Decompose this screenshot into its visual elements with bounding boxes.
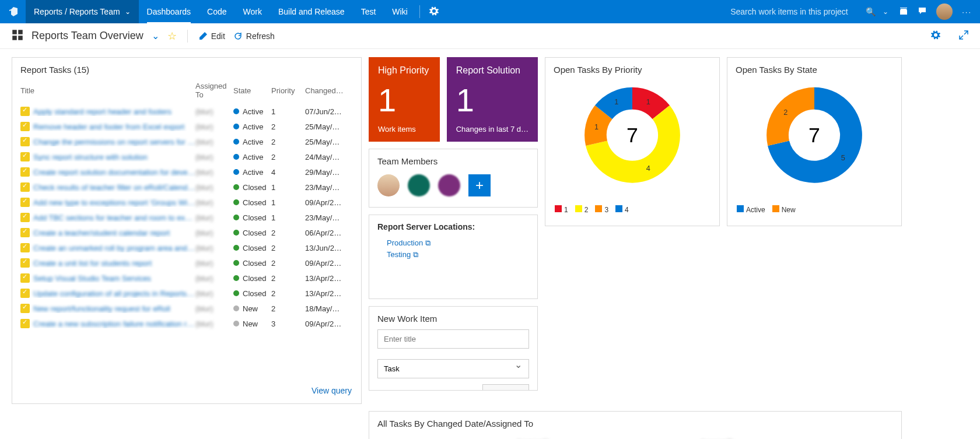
nwi-create-button[interactable]: Create <box>482 384 529 391</box>
legend-item[interactable]: 2 <box>575 205 589 214</box>
task-row[interactable]: Remove header and footer from Excel expo… <box>12 119 361 134</box>
report-solution-tile[interactable]: Report Solution 1 Changes in last 7 d… <box>447 57 538 142</box>
task-link[interactable]: Remove header and footer from Excel expo… <box>33 122 184 131</box>
legend-item[interactable]: 4 <box>615 205 629 214</box>
task-row[interactable]: Sync report structure with solution(blur… <box>12 149 361 164</box>
task-row[interactable]: New report/functionality request for eRo… <box>12 301 361 316</box>
state-cell: Closed <box>233 244 271 252</box>
task-row[interactable]: Create an unmarked roll by program area … <box>12 240 361 255</box>
assigned-to: (blur) <box>195 304 233 313</box>
dashboard-chevron-icon[interactable]: ⌄ <box>152 30 159 41</box>
fullscreen-icon[interactable] <box>959 30 968 41</box>
col-title[interactable]: Title <box>20 86 195 95</box>
hub-tab-test[interactable]: Test <box>353 0 384 23</box>
loc-link-testing[interactable]: Testing ⧉ <box>377 249 529 261</box>
vsts-logo-icon[interactable] <box>5 3 22 20</box>
task-icon <box>20 228 30 237</box>
pivot-col: Total <box>810 436 900 439</box>
task-icon <box>20 243 30 252</box>
search-input[interactable] <box>730 7 859 16</box>
legend-item[interactable]: New <box>772 205 796 214</box>
loc-link-production[interactable]: Production ⧉ <box>377 237 529 249</box>
state-dot-icon <box>233 154 239 160</box>
changed-cell: 24/May/… <box>305 153 352 161</box>
state-cell: Closed <box>233 213 271 222</box>
high-priority-tile[interactable]: High Priority 1 Work items <box>369 57 440 142</box>
add-member-button[interactable]: + <box>468 174 491 196</box>
configure-icon[interactable] <box>931 30 940 41</box>
edit-button[interactable]: Edit <box>198 31 225 41</box>
donut-slice[interactable] <box>766 87 814 146</box>
task-link[interactable]: Create report solution documentation for… <box>33 168 195 177</box>
task-row[interactable]: Create a new subscription failure notifi… <box>12 316 361 331</box>
priority-cell: 2 <box>271 138 305 146</box>
task-row[interactable]: Create report solution documentation for… <box>12 164 361 180</box>
more-icon[interactable]: ··· <box>962 8 972 16</box>
task-link[interactable]: Create a teacher/student calendar report <box>33 229 170 237</box>
state-dot-icon <box>233 184 239 190</box>
task-link[interactable]: Create a new subscription failure notifi… <box>33 319 195 328</box>
feedback-icon[interactable] <box>918 6 927 17</box>
task-link[interactable]: Apply standard report header and footers <box>33 107 172 116</box>
nwi-title-input[interactable] <box>377 329 529 349</box>
changed-cell: 23/May/… <box>305 183 352 192</box>
legend-item[interactable]: 3 <box>595 205 608 214</box>
user-avatar[interactable] <box>936 3 953 20</box>
task-row[interactable]: Check results of teacher filter on eRoll… <box>12 180 361 195</box>
col-priority[interactable]: Priority <box>271 86 305 95</box>
task-link[interactable]: New report/functionality request for eRo… <box>33 304 170 313</box>
changed-cell: 13/Apr/2… <box>305 274 352 283</box>
col-state[interactable]: State <box>233 86 271 95</box>
member-avatar[interactable] <box>377 174 400 196</box>
col-assigned[interactable]: Assigned To <box>195 82 233 99</box>
task-link[interactable]: Add TBC sections for teacher and room to… <box>33 213 195 222</box>
hub-tab-dashboards[interactable]: Dashboards <box>139 0 200 23</box>
member-avatar[interactable] <box>438 174 460 196</box>
col-changed[interactable]: Changed… <box>305 86 352 95</box>
view-query-link[interactable]: View query <box>302 380 361 403</box>
nwi-type-select[interactable] <box>377 359 529 378</box>
task-link[interactable]: Add new type to exceptions report 'Group… <box>33 198 195 207</box>
task-row[interactable]: Add new type to exceptions report 'Group… <box>12 195 361 210</box>
settings-icon[interactable] <box>424 6 444 17</box>
hub-tab-code[interactable]: Code <box>199 0 235 23</box>
task-row[interactable]: Apply standard report header and footers… <box>12 104 361 119</box>
hub-tab-wiki[interactable]: Wiki <box>384 0 415 23</box>
open-tasks-state-widget[interactable]: Open Tasks By State 527 ActiveNew <box>727 57 902 226</box>
project-switcher[interactable]: Reports / Reports Team ⌄ <box>26 0 139 23</box>
task-link[interactable]: Sync report structure with solution <box>33 153 148 161</box>
search-icon[interactable]: 🔍 <box>866 7 876 16</box>
task-row[interactable]: Add TBC sections for teacher and room to… <box>12 210 361 225</box>
task-link[interactable]: Setup Visual Studio Team Services <box>33 274 151 283</box>
shop-icon[interactable] <box>899 6 908 17</box>
all-tasks-pivot-widget[interactable]: All Tasks By Changed Date/Assigned To (p… <box>369 411 902 439</box>
legend-item[interactable]: Active <box>737 205 765 214</box>
hub-tab-build-and-release[interactable]: Build and Release <box>270 0 353 23</box>
task-row[interactable]: Create a unit list for students report(b… <box>12 255 361 271</box>
state-dot-icon <box>233 215 239 220</box>
open-tasks-priority-widget[interactable]: Open Tasks By Priority 14117 1234 <box>545 57 720 226</box>
search-box[interactable]: 🔍 ⌄ <box>730 7 895 16</box>
task-row[interactable]: Update configuration of all projects in … <box>12 286 361 301</box>
changed-cell: 18/May/… <box>305 304 352 313</box>
member-avatar[interactable] <box>408 174 430 196</box>
task-link[interactable]: Update configuration of all projects in … <box>33 289 195 298</box>
edit-label: Edit <box>211 31 225 41</box>
task-row[interactable]: Create a teacher/student calendar report… <box>12 225 361 240</box>
task-link[interactable]: Create a unit list for students report <box>33 259 152 268</box>
legend-item[interactable]: 1 <box>555 205 568 214</box>
task-link[interactable]: Change the permissions on report servers… <box>33 138 195 146</box>
hub-tab-work[interactable]: Work <box>235 0 270 23</box>
task-row[interactable]: Change the permissions on report servers… <box>12 134 361 149</box>
svg-text:7: 7 <box>808 124 820 147</box>
favorite-star-icon[interactable]: ☆ <box>167 30 177 43</box>
task-icon <box>20 289 30 298</box>
task-row[interactable]: Setup Visual Studio Team Services(blur)C… <box>12 271 361 286</box>
task-link[interactable]: Check results of teacher filter on eRoll… <box>33 183 195 192</box>
refresh-button[interactable]: Refresh <box>233 31 275 41</box>
task-link[interactable]: Create an unmarked roll by program area … <box>33 244 195 252</box>
state-dot-icon <box>233 275 239 281</box>
tile-sub: Work items <box>378 125 430 134</box>
search-chevron-icon[interactable]: ⌄ <box>883 8 888 16</box>
state-cell: Active <box>233 122 271 131</box>
